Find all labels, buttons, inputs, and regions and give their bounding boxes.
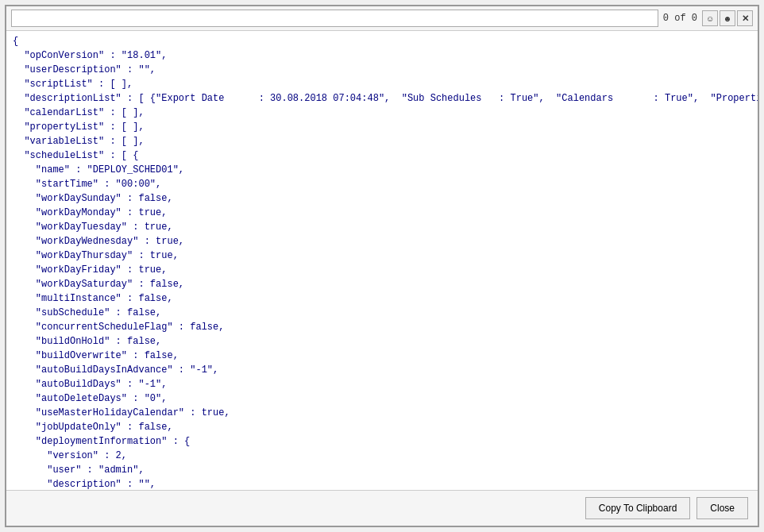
nav-buttons: ☺ ☻ ✕ [702,10,753,26]
toolbar-close-button[interactable]: ✕ [737,10,753,26]
toolbar-close-icon: ✕ [742,13,749,24]
search-input[interactable] [11,10,658,27]
prev-button[interactable]: ☺ [702,10,718,26]
close-button[interactable]: Close [696,497,748,519]
next-icon: ☻ [723,14,732,23]
main-dialog: 0 of 0 ☺ ☻ ✕ { "opConVersion" : "18.01",… [5,5,759,527]
json-display: { "opConVersion" : "18.01", "userDescrip… [13,34,751,490]
next-button[interactable]: ☻ [720,10,735,26]
content-area[interactable]: { "opConVersion" : "18.01", "userDescrip… [6,31,758,490]
prev-icon: ☺ [706,14,714,23]
counter-label: 0 of 0 [663,13,697,24]
toolbar: 0 of 0 ☺ ☻ ✕ [6,6,758,31]
footer: Copy To Clipboard Close [6,490,758,526]
copy-to-clipboard-button[interactable]: Copy To Clipboard [585,497,691,519]
